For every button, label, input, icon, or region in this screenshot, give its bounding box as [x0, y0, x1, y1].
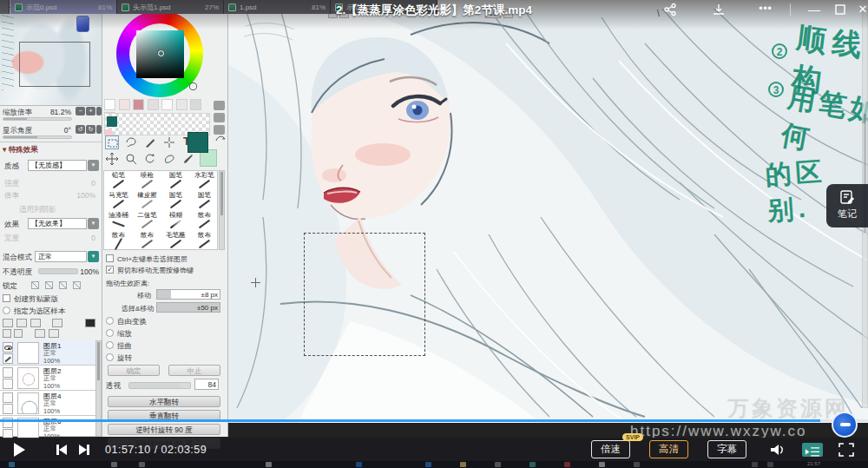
speed-button[interactable]: 倍速 SVIP — [591, 440, 630, 458]
swatch[interactable] — [104, 99, 115, 110]
blend-mode-dropdown-button[interactable]: ▼ — [88, 251, 99, 262]
assistant-logo-button[interactable] — [832, 412, 858, 438]
more-icon[interactable]: ••• — [757, 3, 774, 18]
texture-dropdown[interactable]: 【无质感】 — [28, 160, 87, 171]
texture-dropdown-button[interactable]: ▼ — [88, 160, 99, 171]
visibility-checkbox[interactable] — [3, 367, 13, 378]
start-icon[interactable] — [9, 462, 15, 467]
canvas-viewport[interactable]: 10 \ 2 顺线构 3 用笔如何 的区别. — [228, 9, 868, 423]
maximize-icon[interactable] — [832, 3, 849, 18]
download-icon[interactable] — [710, 3, 727, 18]
zoom-slider[interactable] — [3, 117, 72, 121]
zoom-reset-button[interactable] — [96, 107, 102, 115]
brush-scrollbar[interactable] — [219, 170, 225, 250]
taskbar-app-icon[interactable] — [425, 462, 431, 467]
sv-picker-dot[interactable] — [158, 50, 164, 56]
new-folder-icon[interactable] — [16, 319, 27, 327]
fullscreen-icon[interactable] — [838, 443, 854, 457]
perspective-value[interactable]: 84 — [194, 379, 219, 390]
brush-eraser[interactable]: 橡皮擦 — [133, 191, 161, 211]
flip-horizontal-button[interactable]: 水平翻转 — [108, 396, 220, 407]
clipping-mask-checkbox[interactable] — [3, 294, 10, 302]
swatch[interactable] — [119, 99, 130, 110]
brush-scatter[interactable]: 散布 — [190, 211, 219, 231]
pen-checkbox[interactable] — [3, 379, 13, 389]
taskbar-app-icon[interactable] — [634, 462, 640, 467]
brush-watercolor[interactable]: 水彩笔 — [190, 171, 219, 191]
brush-round-3[interactable]: 圆笔 — [190, 191, 219, 211]
quality-button[interactable]: 高清 — [649, 440, 688, 458]
lock-move-icon[interactable] — [59, 281, 67, 289]
swatch[interactable] — [133, 99, 144, 110]
wand-tool-icon[interactable] — [162, 135, 176, 149]
move-distance-field[interactable]: ±8 px — [156, 289, 220, 300]
primary-color-swatch[interactable] — [187, 132, 208, 153]
special-effects-title[interactable]: ▾ 特殊效果 — [3, 145, 38, 155]
rotate-radio[interactable] — [106, 353, 114, 361]
folder-icon[interactable] — [460, 462, 466, 467]
lock-pen-icon[interactable] — [45, 281, 53, 289]
browser-icon[interactable] — [356, 462, 362, 467]
search-icon[interactable] — [111, 462, 117, 467]
tray-icon[interactable] — [752, 462, 758, 467]
move-tool-icon[interactable] — [105, 152, 119, 166]
play-button[interactable] — [14, 443, 25, 457]
confirm-button[interactable]: 确定 — [108, 365, 160, 376]
taskbar-app-icon[interactable] — [564, 462, 570, 467]
new-layer-icon[interactable] — [3, 319, 13, 327]
swatch-add-button[interactable] — [214, 101, 225, 110]
brush-airbrush[interactable]: 喷枪 — [133, 171, 161, 191]
effect-dropdown[interactable]: 【无效果】 — [28, 218, 87, 229]
previous-button[interactable] — [56, 445, 67, 455]
layer-color-icon[interactable] — [85, 319, 95, 327]
lock-fill-icon[interactable] — [73, 281, 81, 289]
seek-bar[interactable] — [0, 419, 868, 422]
lock-transparency-icon[interactable] — [31, 281, 39, 289]
angle-slider[interactable] — [3, 135, 72, 139]
brush-scatter-2[interactable]: 散布 — [104, 231, 133, 251]
tray-icon[interactable] — [767, 462, 773, 467]
close-icon[interactable]: ✕ — [854, 3, 868, 18]
scratch-swatch-teal[interactable] — [107, 116, 117, 127]
swatch[interactable] — [148, 99, 159, 110]
zoom-tool-icon[interactable] — [124, 152, 138, 166]
swatch[interactable] — [176, 99, 187, 110]
subtitle-button[interactable]: 字幕 — [707, 440, 746, 458]
pen-tool-icon[interactable] — [143, 135, 157, 149]
scale-radio[interactable] — [106, 329, 114, 337]
blend-mode-dropdown[interactable]: 正常 — [35, 251, 87, 262]
navigator-view-rect[interactable] — [19, 42, 90, 87]
volume-icon[interactable] — [769, 443, 786, 457]
taskbar-app-icon[interactable] — [266, 462, 272, 467]
playlist-icon[interactable] — [802, 443, 823, 457]
rotate-ccw-button[interactable]: ↺ — [76, 125, 85, 134]
clear-layer-icon[interactable] — [35, 329, 45, 338]
zoom-out-button[interactable]: − — [76, 107, 85, 115]
rotate-ccw-90-button[interactable]: 逆时针旋转 90 度 — [108, 424, 220, 435]
opacity-slider[interactable] — [38, 268, 78, 274]
next-button[interactable] — [79, 445, 89, 455]
brush-round[interactable]: 圆笔 — [161, 171, 190, 191]
zoom-in-button[interactable]: + — [86, 107, 95, 115]
new-mask-icon[interactable] — [30, 319, 41, 327]
brush-blur[interactable]: 模糊 — [161, 211, 190, 231]
transfer-icon[interactable] — [14, 329, 23, 338]
taskbar-app-icon[interactable] — [599, 462, 605, 467]
layers-scrollbar[interactable] — [95, 340, 102, 437]
swatch[interactable] — [161, 99, 173, 110]
select-pen-tool-icon[interactable] — [162, 152, 176, 166]
perspective-slider[interactable] — [128, 382, 191, 389]
eyedropper-tool-icon[interactable] — [181, 152, 195, 166]
minimize-icon[interactable]: — — [806, 3, 823, 18]
pen-checkbox[interactable] — [3, 404, 13, 414]
layer-row-2[interactable]: 图层2 正常 100% — [0, 366, 97, 391]
select-move-distance-field[interactable]: ±50 px — [156, 302, 220, 313]
layer-pen-icon[interactable] — [3, 353, 13, 364]
swap-colors-icon[interactable] — [214, 132, 227, 146]
brush-bucket[interactable]: 油漆桶 — [104, 211, 133, 231]
lasso-tool-icon[interactable] — [124, 135, 138, 149]
selection-marquee[interactable] — [304, 233, 425, 356]
taskview-icon[interactable] — [139, 462, 145, 467]
layer-row-3[interactable]: 图层4 正常 100% — [0, 391, 97, 416]
swatch-grid-button[interactable] — [214, 113, 225, 122]
